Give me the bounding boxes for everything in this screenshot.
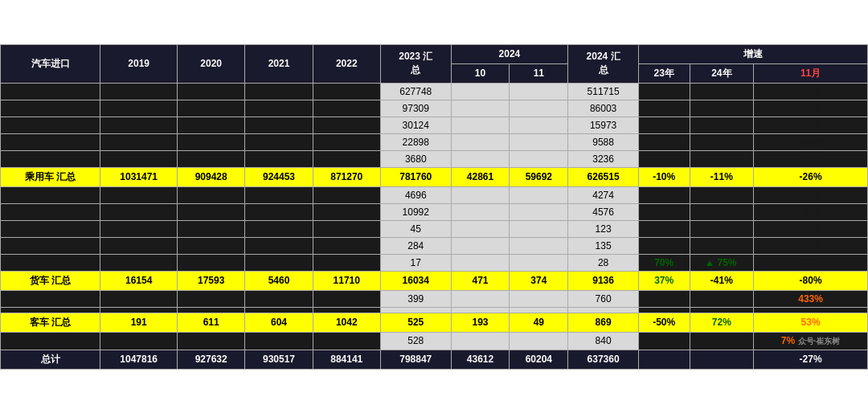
total-row: 总计 1047816 927632 930517 884141 798847 4… bbox=[1, 350, 868, 369]
col-header-growth-23: 23年 bbox=[638, 63, 690, 83]
table-row: 17 28 70% 75% -50% bbox=[1, 254, 868, 271]
table-row: 10992 4576 -91% bbox=[1, 203, 868, 220]
table-row: 3680 3236 -47% bbox=[1, 150, 868, 167]
table-row: 4696 4274 -11% bbox=[1, 186, 868, 203]
table-row: 528 840 7% 众号·崔东树 bbox=[1, 332, 868, 350]
data-table: 汽车进口 2019 2020 2021 2022 2023 汇总 2024 20… bbox=[0, 44, 868, 370]
table-row: 22898 9588 -80% bbox=[1, 133, 868, 150]
col-header-2022: 2022 bbox=[313, 44, 380, 83]
table-row: 399 760 433% bbox=[1, 290, 868, 307]
col-header-growth: 增速 bbox=[638, 44, 867, 63]
col-header-2023sum: 2023 汇总 bbox=[380, 44, 451, 83]
col-header-2019: 2019 bbox=[100, 44, 178, 83]
table-container: 汽车进口 2019 2020 2021 2022 2023 汇总 2024 20… bbox=[0, 44, 868, 370]
col-header-2021: 2021 bbox=[245, 44, 313, 83]
col-header-2024: 2024 bbox=[451, 44, 568, 63]
col-header-2024sum: 2024 汇总 bbox=[568, 44, 639, 83]
col-header-2020: 2020 bbox=[178, 44, 245, 83]
col-header-growth-24: 24年 bbox=[690, 63, 754, 83]
table-row: 627748 511715 -22% bbox=[1, 83, 868, 100]
col-header-category: 汽车进口 bbox=[1, 44, 100, 83]
table-row-empty bbox=[1, 307, 868, 313]
table-row: 97309 86003 -19% bbox=[1, 100, 868, 117]
col-header-growth-11: 11月 bbox=[754, 63, 868, 83]
watermark: 众号·崔东树 bbox=[798, 337, 841, 346]
passenger-car-subtotal-row: 乘用车 汇总 1031471 909428 924453 871270 7817… bbox=[1, 167, 868, 186]
bus-subtotal-row: 客车 汇总 191 611 604 1042 525 193 49 869 -5… bbox=[1, 313, 868, 332]
header-row-1: 汽车进口 2019 2020 2021 2022 2023 汇总 2024 20… bbox=[1, 44, 868, 63]
table-row: 284 135 -75% bbox=[1, 237, 868, 254]
arrow-up-icon bbox=[706, 260, 713, 266]
truck-subtotal-row: 货车 汇总 16154 17593 5460 11710 16034 471 3… bbox=[1, 271, 868, 290]
col-header-2024-11: 11 bbox=[510, 63, 568, 83]
table-row: 30124 15973 -77% bbox=[1, 117, 868, 133]
col-header-2024-10: 10 bbox=[451, 63, 510, 83]
table-row: 45 123 -15% bbox=[1, 220, 868, 237]
